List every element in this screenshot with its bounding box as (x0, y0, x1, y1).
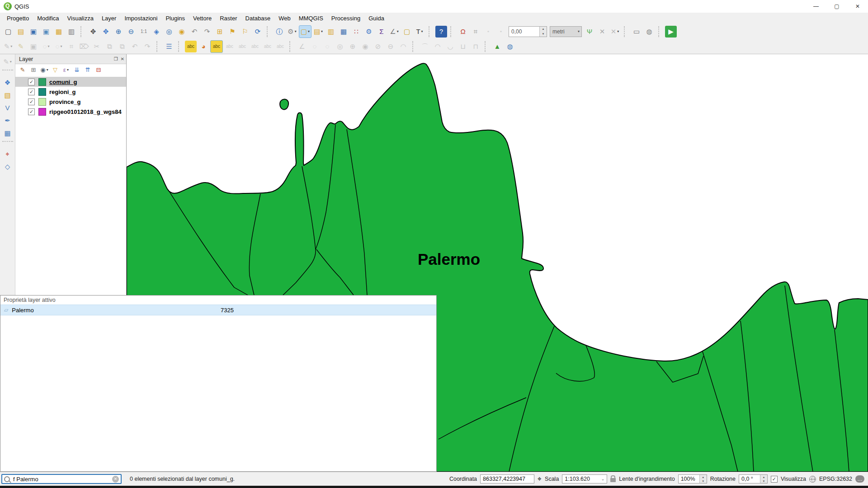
crs-status[interactable]: EPSG:32632 (819, 476, 852, 482)
layout-manager-button[interactable]: ▥ (66, 26, 77, 38)
modify-attributes-button[interactable]: ⌗ (66, 41, 77, 52)
maximize-button[interactable]: ▢ (826, 0, 847, 13)
add-group-button[interactable]: ⊞ (28, 65, 38, 74)
dropdown-arrow-icon[interactable]: ▾ (617, 29, 619, 33)
layer-row-comuni_g[interactable]: ✓comuni_g (15, 77, 126, 87)
simplify-feature-button[interactable]: ◌ (321, 41, 333, 52)
reshape-features-button[interactable]: ◠ (397, 41, 409, 52)
delete-part-button[interactable]: ⊖ (385, 41, 396, 52)
layer-labeling-button[interactable]: abc (185, 41, 197, 52)
close-button[interactable]: ✕ (847, 0, 868, 13)
geometry-checker-button[interactable]: ▲ (491, 41, 503, 52)
map-tips-button[interactable]: ▢ (401, 26, 413, 38)
menu-layer[interactable]: Layer (98, 14, 121, 23)
coordinate-input[interactable]: 863327,4223947 (480, 474, 534, 483)
snapping-options-button[interactable]: Ω (457, 26, 469, 38)
snap-intersection-button[interactable]: ✕ (596, 26, 608, 38)
minimize-button[interactable]: — (806, 0, 826, 13)
snapping-advanced-button[interactable]: ✕▾ (609, 26, 621, 38)
pan-map-button[interactable]: ✥ (87, 26, 99, 38)
current-edits-button[interactable]: ✎▾ (2, 41, 14, 52)
render-checkbox[interactable]: ✓ (771, 476, 778, 483)
menu-raster[interactable]: Raster (216, 14, 241, 23)
crs-globe-icon[interactable] (809, 476, 816, 483)
cut-features-button[interactable]: ✂ (91, 41, 103, 52)
select-by-form-button[interactable]: ▤▾ (312, 26, 324, 38)
menu-vettore[interactable]: Vettore (189, 14, 216, 23)
spinner-arrows-icon[interactable]: ▲▼ (539, 27, 547, 37)
zoom-full-button[interactable]: ◈ (151, 26, 162, 38)
dropdown-arrow-icon[interactable]: ▾ (67, 68, 69, 72)
new-3d-map-button[interactable]: ▭ (631, 26, 642, 38)
clear-search-icon[interactable]: ✕ (112, 476, 119, 483)
advanced-digitizing-button[interactable]: ∠ (296, 41, 308, 52)
copy-features-button[interactable]: ⧉ (104, 41, 115, 52)
menu-database[interactable]: Database (241, 14, 275, 23)
run-feature-action-button[interactable]: ⚙▾ (286, 26, 298, 38)
layer-diagram-button[interactable]: ◕ (198, 41, 209, 52)
coordinate-tracking-icon[interactable]: ⌖ (538, 475, 542, 483)
zoom-to-layer-button[interactable]: ◎ (163, 26, 175, 38)
merge-features-button[interactable]: ⊔ (457, 41, 469, 52)
layers-panel-close-button[interactable]: ✕ (121, 56, 124, 61)
layer-row-regioni_g[interactable]: ✓regioni_g (15, 87, 126, 97)
gps-tools-button[interactable]: ⌖ (2, 148, 14, 160)
save-layer-edits-button[interactable]: ▣ (28, 41, 39, 52)
measure-button[interactable]: ∠▾ (388, 26, 400, 38)
new-geopackage-layer-button[interactable]: ▧ (2, 89, 14, 101)
topology-checker-button[interactable]: ◇ (2, 160, 14, 172)
metasearch-button[interactable]: ◍ (504, 41, 516, 52)
plugin-launcher-button[interactable]: ▶ (665, 26, 677, 38)
split-parts-button[interactable]: ◡ (444, 41, 456, 52)
filter-legend-button[interactable]: ▽ (50, 65, 60, 74)
menu-progetto[interactable]: Progetto (3, 14, 33, 23)
scale-combobox[interactable]: 1:103.620 ⌄ (562, 474, 607, 483)
zoom-native-button[interactable]: 1:1 (138, 26, 150, 38)
menu-visualizza[interactable]: Visualizza (63, 14, 98, 23)
show-hide-labels-button[interactable]: abc (236, 41, 248, 52)
menu-guida[interactable]: Guida (364, 14, 388, 23)
menu-mmqgis[interactable]: MMQGIS (295, 14, 327, 23)
zoom-last-button[interactable]: ↶ (189, 26, 200, 38)
layer-styling-button[interactable]: ✎ (18, 65, 28, 74)
properties-result-row[interactable]: ▱ Palermo 7325 (0, 305, 436, 315)
new-spatialite-layer-button[interactable]: ✒ (2, 114, 14, 126)
magnifier-spinbox[interactable]: 100% ▲▼ (678, 474, 707, 483)
dropdown-arrow-icon[interactable]: ▾ (308, 29, 310, 33)
layers-panel-float-button[interactable]: ❐ (114, 56, 118, 61)
rotation-spinbox[interactable]: 0,0 ° ▲▼ (739, 474, 768, 483)
dropdown-arrow-icon[interactable]: ▾ (60, 44, 62, 48)
delete-ring-button[interactable]: ⊘ (372, 41, 384, 52)
move-label-button[interactable]: abc (249, 41, 261, 52)
zoom-in-button[interactable]: ⊕ (113, 26, 124, 38)
paste-features-button[interactable]: ⧉ (116, 41, 128, 52)
toggle-editing-button[interactable]: ✎ (15, 41, 27, 52)
snap-marker-a[interactable]: ▫ (482, 26, 494, 38)
refresh-button[interactable]: ⟳ (252, 26, 264, 38)
lock-scale-icon[interactable] (610, 478, 616, 482)
dropdown-arrow-icon[interactable]: ▾ (47, 68, 48, 72)
split-features-button[interactable]: ◠ (432, 41, 443, 52)
dropdown-arrow-icon[interactable]: ▾ (295, 29, 297, 33)
menu-impostazioni[interactable]: Impostazioni (120, 14, 161, 23)
redo-button[interactable]: ↷ (142, 41, 153, 52)
new-bookmark-button[interactable]: ⚑ (226, 26, 238, 38)
vertex-tool-button[interactable]: ◌▾ (53, 41, 65, 52)
select-features-button[interactable]: ▢▾ (299, 25, 311, 38)
filter-expression-button[interactable]: ε▾ (61, 65, 71, 74)
new-scratch-layer-button[interactable]: ▦ (2, 127, 14, 139)
data-source-manager-button[interactable]: ❖ (2, 76, 14, 88)
fill-ring-button[interactable]: ◉ (359, 41, 371, 52)
dropdown-arrow-icon[interactable]: ▾ (397, 29, 399, 33)
rotate-feature-button[interactable]: ◌ (309, 41, 321, 52)
layer-row-ripgeo01012018_g_wgs84[interactable]: ✓ripgeo01012018_g_wgs84 (15, 107, 126, 117)
digitize-feature-button[interactable]: ◌▾ (40, 41, 52, 52)
merge-attributes-button[interactable]: ⊓ (470, 41, 481, 52)
messages-icon[interactable]: … (855, 475, 864, 483)
menu-modifica[interactable]: Modifica (33, 14, 63, 23)
open-project-button[interactable]: ▤ (15, 26, 27, 38)
menu-plugins[interactable]: Plugins (161, 14, 189, 23)
layer-visibility-checkbox[interactable]: ✓ (28, 108, 35, 115)
globe-tool-button[interactable]: ◍ (643, 26, 655, 38)
collapse-all-button[interactable]: ⇈ (83, 65, 93, 74)
